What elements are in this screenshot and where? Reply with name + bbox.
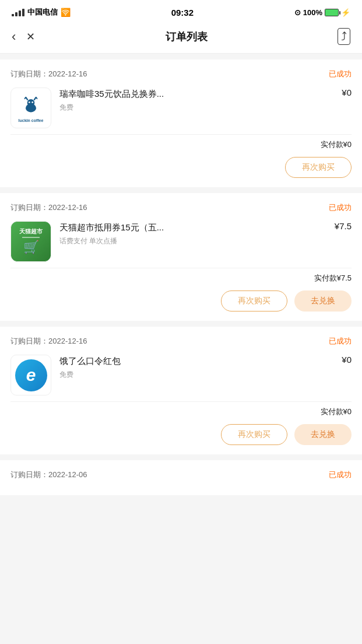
order-actions-2: 再次购买 去兑换 [10, 290, 352, 312]
order-body-1: luckin coffee 瑞幸咖啡35元饮品兑换券... 免费 ¥0 [10, 88, 352, 128]
close-button[interactable]: ✕ [26, 30, 35, 43]
order-status-1: 已成功 [329, 69, 352, 79]
svg-line-3 [24, 97, 26, 99]
product-name-2: 天猫超市抵用券15元（五... [59, 221, 326, 233]
order-card-2: 订购日期：2022-12-16 已成功 天猫超市 🛒 天猫超市抵用券15元（五.… [0, 193, 362, 321]
order-actions-1: 再次购买 [10, 157, 352, 178]
order-status-3: 已成功 [329, 336, 352, 346]
back-button[interactable]: ‹ [12, 29, 16, 44]
order-total-2: 实付款¥7.5 [10, 268, 352, 284]
product-info-2: 天猫超市抵用券15元（五... 话费支付 单次点播 [59, 221, 326, 246]
status-time: 09:32 [171, 8, 194, 18]
buy-again-button-2[interactable]: 再次购买 [221, 290, 287, 312]
order-header-3: 订购日期：2022-12-16 已成功 [10, 336, 352, 346]
luckin-text: luckin coffee [19, 118, 44, 123]
order-status-2: 已成功 [329, 202, 352, 213]
battery-percent: 100% [303, 8, 322, 17]
carrier-label: 中国电信 [27, 7, 58, 18]
order-date-3: 订购日期：2022-12-16 [10, 336, 87, 346]
product-sub-1: 免费 [59, 103, 333, 113]
lock-icon: ⊙ [294, 8, 301, 17]
product-sub-2: 话费支付 单次点播 [59, 236, 326, 246]
product-logo-3: e [10, 355, 51, 396]
order-actions-3: 再次购买 去兑换 [10, 424, 352, 445]
svg-line-5 [36, 97, 37, 99]
order-card-4-partial: 订购日期：2022-12-06 已成功 [0, 460, 362, 495]
product-price-3: ¥0 [342, 355, 352, 365]
product-name-1: 瑞幸咖啡35元饮品兑换券... [59, 88, 333, 100]
tmall-logo: 天猫超市 🛒 [11, 222, 51, 261]
buy-again-button-1[interactable]: 再次购买 [285, 157, 352, 178]
status-right: ⊙ 100% ⚡ [294, 8, 350, 17]
order-status-4: 已成功 [329, 470, 352, 480]
redeem-button-2[interactable]: 去兑换 [294, 290, 352, 312]
charging-icon: ⚡ [341, 8, 350, 17]
order-date-2: 订购日期：2022-12-16 [10, 202, 87, 213]
product-name-3: 饿了么口令红包 [59, 355, 333, 367]
product-price-2: ¥7.5 [335, 221, 352, 231]
svg-point-1 [27, 99, 35, 107]
product-info-1: 瑞幸咖啡35元饮品兑换券... 免费 [59, 88, 333, 113]
order-date-4: 订购日期：2022-12-06 [10, 470, 87, 480]
luckin-deer-icon [20, 93, 41, 118]
eleme-circle: e [15, 359, 47, 391]
order-body-2: 天猫超市 🛒 天猫超市抵用券15元（五... 话费支付 单次点播 ¥7.5 [10, 221, 352, 262]
nav-left: ‹ ✕ [12, 29, 35, 44]
order-header-1: 订购日期：2022-12-16 已成功 [10, 69, 352, 79]
page-title: 订单列表 [166, 30, 208, 44]
svg-point-7 [31, 102, 33, 103]
wifi-icon: 🛜 [61, 8, 71, 17]
product-sub-3: 免费 [59, 370, 333, 380]
order-card-1: 订购日期：2022-12-16 已成功 luckin [0, 60, 362, 187]
eleme-logo: e [11, 355, 51, 395]
status-left: 中国电信 🛜 [12, 7, 71, 18]
redeem-button-3[interactable]: 去兑换 [294, 424, 352, 445]
svg-point-6 [29, 102, 30, 103]
order-total-1: 实付款¥0 [10, 134, 352, 150]
buy-again-button-3[interactable]: 再次购买 [221, 424, 287, 445]
product-price-1: ¥0 [342, 88, 352, 97]
product-logo-2: 天猫超市 🛒 [10, 221, 51, 262]
order-date-1: 订购日期：2022-12-16 [10, 69, 87, 79]
signal-icon [12, 9, 24, 16]
eleme-letter-icon: e [26, 365, 36, 385]
battery-icon [325, 9, 339, 16]
order-header-4: 订购日期：2022-12-06 已成功 [10, 470, 352, 480]
order-body-3: e 饿了么口令红包 免费 ¥0 [10, 355, 352, 396]
order-total-3: 实付款¥0 [10, 401, 352, 417]
order-header-2: 订购日期：2022-12-16 已成功 [10, 202, 352, 213]
nav-bar: ‹ ✕ 订单列表 ⤴ [0, 22, 362, 54]
product-logo-1: luckin coffee [10, 88, 51, 128]
share-button[interactable]: ⤴ [338, 28, 350, 45]
luckin-logo: luckin coffee [11, 88, 51, 128]
status-bar: 中国电信 🛜 09:32 ⊙ 100% ⚡ [0, 0, 362, 22]
product-info-3: 饿了么口令红包 免费 [59, 355, 333, 380]
order-card-3: 订购日期：2022-12-16 已成功 e 饿了么口令红包 免费 ¥0 实付款¥… [0, 327, 362, 454]
